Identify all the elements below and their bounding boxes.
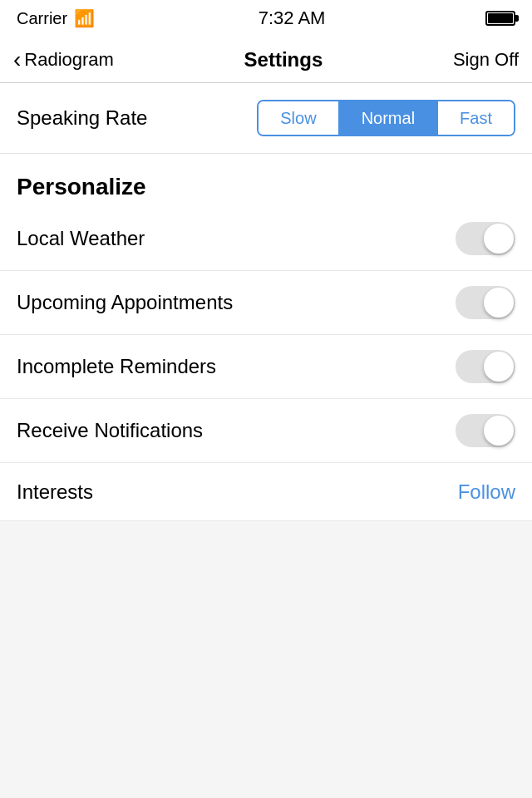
carrier-wifi: Carrier 📶 [17, 8, 98, 28]
interests-label: Interests [17, 480, 93, 504]
local-weather-row: Local Weather [0, 207, 532, 271]
carrier-label: Carrier [17, 9, 67, 28]
receive-notifications-row: Receive Notifications [0, 399, 532, 463]
upcoming-appointments-row: Upcoming Appointments [0, 271, 532, 335]
incomplete-reminders-label: Incomplete Reminders [17, 355, 216, 378]
toggle-thumb [484, 416, 514, 446]
toggle-thumb [484, 352, 514, 382]
speaking-rate-row: Speaking Rate Slow Normal Fast [0, 83, 532, 154]
back-button[interactable]: ‹ Radiogram [13, 48, 114, 71]
status-time: 7:32 AM [98, 7, 485, 29]
upcoming-appointments-label: Upcoming Appointments [17, 291, 233, 314]
battery-container [485, 11, 515, 26]
toggle-thumb [484, 288, 514, 318]
nav-bar: ‹ Radiogram Settings Sign Off [0, 37, 532, 83]
upcoming-appointments-toggle[interactable] [456, 286, 515, 319]
battery-icon [485, 11, 515, 26]
personalize-header: Personalize [0, 154, 532, 207]
back-chevron-icon: ‹ [13, 48, 21, 71]
fast-option[interactable]: Fast [438, 101, 514, 135]
speaking-rate-label: Speaking Rate [17, 106, 147, 130]
status-bar: Carrier 📶 7:32 AM [0, 0, 532, 37]
toggle-thumb [484, 224, 514, 254]
slow-option[interactable]: Slow [259, 101, 339, 135]
follow-link[interactable]: Follow [458, 480, 515, 504]
incomplete-reminders-row: Incomplete Reminders [0, 335, 532, 399]
content-area: Speaking Rate Slow Normal Fast Personali… [0, 83, 532, 521]
wifi-icon: 📶 [74, 8, 95, 28]
normal-option[interactable]: Normal [340, 101, 438, 135]
interests-row: Interests Follow [0, 463, 532, 521]
back-label: Radiogram [24, 49, 114, 71]
personalize-title: Personalize [17, 174, 146, 200]
incomplete-reminders-toggle[interactable] [456, 350, 515, 383]
local-weather-toggle[interactable] [456, 222, 515, 255]
speaking-rate-control: Slow Normal Fast [257, 100, 515, 136]
local-weather-label: Local Weather [17, 227, 145, 250]
sign-off-button[interactable]: Sign Off [453, 49, 519, 71]
receive-notifications-toggle[interactable] [456, 414, 515, 447]
battery-fill [488, 13, 513, 23]
receive-notifications-label: Receive Notifications [17, 419, 203, 442]
page-title: Settings [244, 48, 323, 71]
